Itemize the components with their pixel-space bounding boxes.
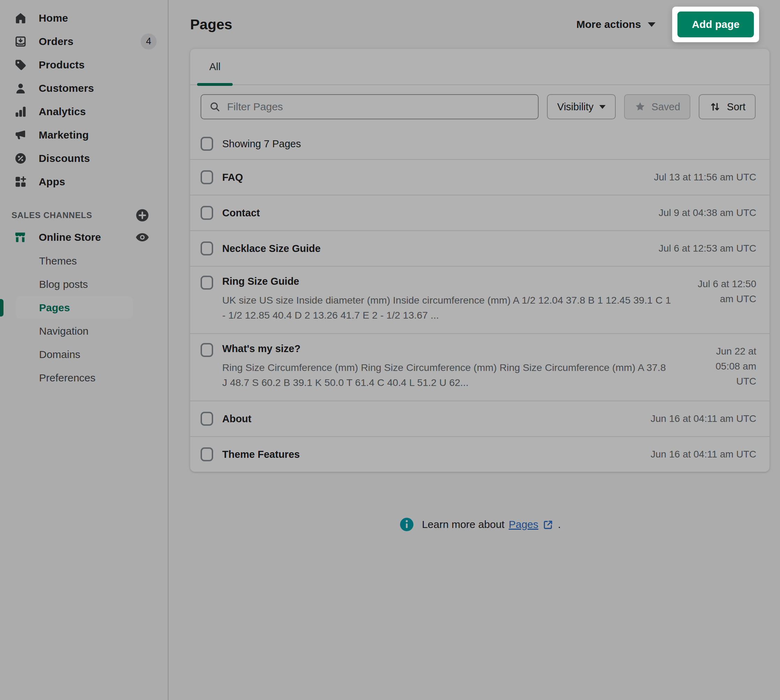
shopify-admin-pages-screen: Home Orders 4 Products Customers A <box>0 0 780 700</box>
add-page-button[interactable]: Add page <box>677 12 754 37</box>
dim-overlay <box>0 0 780 700</box>
add-page-spotlight: Add page <box>672 7 759 42</box>
